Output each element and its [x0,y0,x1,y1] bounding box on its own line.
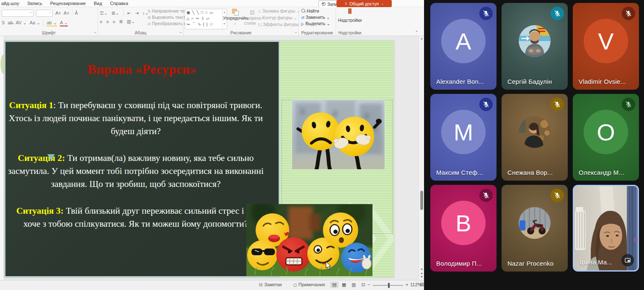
situation-3: Ситуація 3: Твій близький друг переживає… [7,205,264,230]
slide-sorter-view-button[interactable]: ▦ [340,282,348,288]
smartart-icon: ⇄ [147,22,151,26]
font-color-button[interactable]: A ⌄ [60,20,68,26]
previous-slide-button[interactable]: ▲ [420,272,423,274]
collapse-ribbon-button[interactable]: ⌄ [415,28,418,33]
slide-canvas[interactable]: Вправа «Ресурси» Ситуація 1: Ти перебува… [4,41,394,277]
ribbon-group-drawing: ▣ ╲ ╲ □ ○ ▭ △ ⌐ ⇨ ⇩ ▱ ↪ ⌒ ∿ { } ☆ ▴⌄▾ Уп… [184,7,299,36]
situation-1: Ситуація 1: Ти перебуваєш у сховищі під … [7,99,264,138]
situation-2: Ситуація 2: Ти отримав(ла) важливу новин… [7,152,264,191]
addins-group-label: Надстройки [336,31,364,35]
slide-thumbnail-strip[interactable] [0,36,4,280]
align-left-button[interactable]: ≡ [100,19,102,24]
ribbon-group-paragraph: ☰⌄ ≣⌄ ⇤ ⇥ ↕⌄ ≡ ≡ ≡ ≣ ▥⌄ ⇅Направление тек… [98,7,184,36]
mic-muted-icon [479,189,493,202]
plush-emoji-group-image[interactable] [246,204,372,276]
participant-name: Олександр М... [579,169,624,176]
scroll-down-icon[interactable]: ▼ [420,268,423,271]
zoom-slider-thumb[interactable] [388,283,390,288]
paragraph-dialog-launcher[interactable]: ⌐ [180,31,182,34]
text-direction-icon: ⇅ [147,9,151,13]
slide-scrollbar[interactable]: ▲ ▼ ▲ ▼ [419,36,424,280]
ppt-ribbon: A˄ A˅ A̽ S a̶b̶ A︎V ⌄ Aa ⌄ ab ⌄ A ⌄ Шриф… [0,7,424,36]
participant-tile[interactable]: M Максим Стеф... [430,94,497,181]
participant-name: Ірина Ма... [580,259,612,266]
numbering-button[interactable]: ≣⌄ [111,10,119,16]
zoom-out-button[interactable]: − [367,282,370,287]
avatar [519,207,551,239]
shape-fill-button[interactable]: ◇Заливка фигуры ⌄ [258,8,303,13]
grow-font-button[interactable]: A˄ [55,10,61,16]
align-text-icon: ⊞ [147,16,151,20]
bullets-button[interactable]: ☰⌄ [100,10,108,16]
participant-tile[interactable]: Снежана Вор... [502,94,568,181]
notes-icon: ⊟ [259,282,262,287]
notes-toggle[interactable]: ⊟Заметки [259,282,282,287]
justify-button[interactable]: ≣ [119,19,123,24]
font-name-combo[interactable] [2,10,34,17]
font-size-combo[interactable] [36,10,53,17]
zoom-slider[interactable] [373,285,403,286]
avatar: O [584,110,628,154]
comments-icon: ◻ [293,282,297,287]
reading-view-button[interactable]: ▥ [349,282,358,288]
columns-button[interactable]: ▥⌄ [127,19,135,24]
participant-tile[interactable]: A Alexander Bon... [430,3,497,90]
font-dialog-launcher[interactable]: ⌐ [94,31,96,34]
find-button[interactable]: Найти [301,9,330,13]
next-slide-button[interactable]: ▼ [420,275,423,278]
fit-to-window-icon[interactable]: ⊞ [420,282,424,287]
participant-tile[interactable]: В Володимир П... [430,185,497,272]
shape-effects-icon: ❏ [258,23,261,27]
shape-outline-button[interactable]: ▱Контур фигуры ⌄ [258,15,303,20]
select-button[interactable]: ▷Выделить ⌄ [301,21,330,26]
highlight-color-button[interactable]: ab ⌄ [47,20,57,26]
mic-muted-icon [551,189,564,202]
comments-toggle[interactable]: ◻Примечания [293,282,325,287]
shape-outline-icon: ▱ [258,16,261,20]
menu-view[interactable]: Вид [94,1,102,6]
zoom-in-button[interactable]: + [406,282,408,287]
participant-tile[interactable]: V Vladimir Ovsie... [573,3,639,90]
participant-name: Максим Стеф... [436,169,483,176]
smiley-pair-image[interactable] [292,100,385,169]
decrease-indent-button[interactable]: ⇤ [127,10,131,16]
editing-group-label: Редактирование [299,31,336,35]
scrollbar-thumb[interactable] [420,191,423,210]
char-spacing-button[interactable]: A︎V ⌄ [16,20,27,26]
shape-effects-button[interactable]: ❏Эффекты фигуры ⌄ [258,22,303,27]
replace-button[interactable]: ⇄Заменить ⌄ [301,15,330,20]
select-arrow-icon: ▷ [301,22,304,26]
align-right-button[interactable]: ≡ [113,19,115,24]
addins-button[interactable]: Надстройки [338,9,362,23]
change-case-button[interactable]: Aa ⌄ [30,20,41,26]
clear-format-button[interactable]: A̽ [75,10,78,16]
drawing-dialog-launcher[interactable]: ⌐ [295,31,297,34]
meet-panel: A Alexander Bon... [424,0,644,290]
participant-tile[interactable]: O Олександр М... [573,94,639,181]
menu-help[interactable]: Справка [110,1,128,6]
shrink-font-button[interactable]: A˅ [64,10,70,16]
menu-record[interactable]: Запись [27,1,42,6]
replace-icon: ⇄ [301,16,305,20]
ppt-statusbar: ⊟Заметки ◻Примечания ▤ ▦ ▥ ⊡ − + 112% ⊞ [0,280,424,290]
search-icon [301,9,305,13]
share-button-label: Общий доступ [349,1,379,6]
text-shadow-button[interactable]: S [2,20,5,25]
strikethrough-button[interactable]: a̶b̶ [8,20,13,25]
increase-indent-button[interactable]: ⇥ [135,10,139,16]
shapes-gallery[interactable]: ▣ ╲ ╲ □ ○ ▭ △ ⌐ ⇨ ⇩ ▱ ↪ ⌒ ∿ { } ☆ ▴⌄▾ [185,9,227,29]
slideshow-view-button[interactable]: ⊡ [359,282,367,288]
addins-icon [346,9,354,17]
align-center-button[interactable]: ≡ [106,19,109,24]
menu-review[interactable]: Рецензирование [50,1,86,6]
participant-tile[interactable]: Nazar Procenko [502,185,568,272]
ribbon-group-addins: Надстройки Надстройки [336,7,364,36]
share-button[interactable]: ⇧ Общий доступ ⌄ [336,0,392,7]
self-video-tile[interactable]: Ірина Ма... [573,185,639,272]
picture-in-picture-icon[interactable] [621,254,634,267]
normal-view-button[interactable]: ▤ [330,282,339,288]
participant-tile[interactable]: Сергій Бадулін [502,3,568,90]
participant-name: Снежана Вор... [507,169,553,176]
menu-slideshow[interactable]: айд-шоу [1,1,19,6]
ppt-workspace: Вправа «Ресурси» Ситуація 1: Ти перебува… [0,36,424,280]
